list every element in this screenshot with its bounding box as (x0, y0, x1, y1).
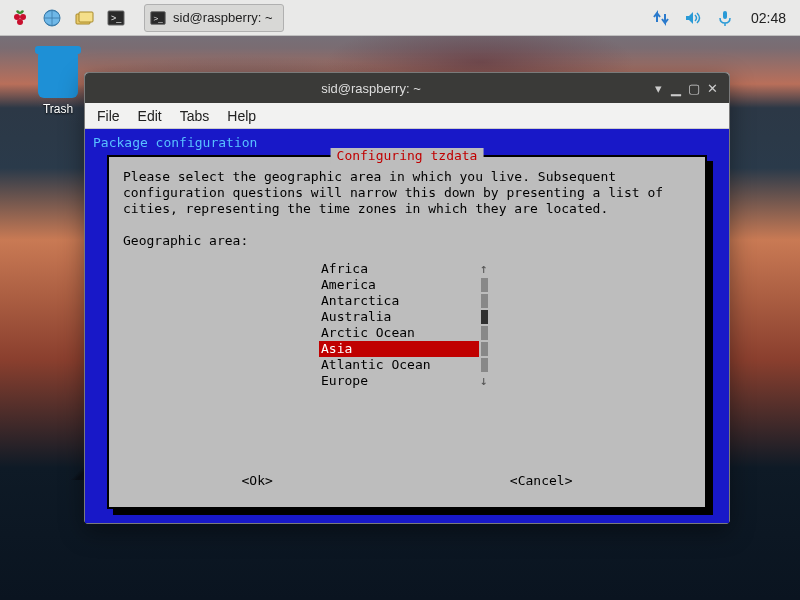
taskbar: >_ >_ sid@raspberry: ~ 02:48 (0, 0, 800, 36)
volume-icon[interactable] (679, 4, 707, 32)
terminal-icon: >_ (149, 9, 167, 27)
svg-point-2 (17, 19, 23, 25)
menu-edit[interactable]: Edit (138, 108, 162, 124)
window-title: sid@raspberry: ~ (93, 81, 649, 96)
window-minimize-button[interactable]: ▁ (667, 81, 685, 96)
window-close-button[interactable]: ✕ (703, 81, 721, 96)
svg-rect-5 (79, 12, 93, 22)
terminal-body: Package configuration Configuring tzdata… (85, 129, 729, 523)
list-item[interactable]: Australia (319, 309, 479, 325)
scroll-down-icon[interactable]: ↓ (479, 373, 489, 389)
list-item[interactable]: Antarctica (319, 293, 479, 309)
list-item[interactable]: Atlantic Ocean (319, 357, 479, 373)
terminal-menubar: File Edit Tabs Help (85, 103, 729, 129)
scrollbar-track[interactable] (479, 293, 489, 309)
svg-rect-10 (723, 11, 727, 19)
svg-text:>_: >_ (154, 13, 164, 22)
scroll-up-icon[interactable]: ↑ (479, 261, 489, 277)
list-item[interactable]: America (319, 277, 479, 293)
window-maximize-button[interactable]: ▢ (685, 81, 703, 96)
menu-tabs[interactable]: Tabs (180, 108, 210, 124)
trash-icon (38, 52, 78, 98)
desktop-trash[interactable]: Trash (28, 52, 88, 116)
taskbar-task-label: sid@raspberry: ~ (173, 10, 273, 25)
cancel-button[interactable]: <Cancel> (506, 473, 577, 489)
list-item[interactable]: Arctic Ocean (319, 325, 479, 341)
dialog-title: Configuring tzdata (331, 148, 484, 164)
svg-point-1 (20, 14, 26, 20)
taskbar-task-terminal[interactable]: >_ sid@raspberry: ~ (144, 4, 284, 32)
scrollbar-track[interactable] (479, 341, 489, 357)
geographic-area-list[interactable]: Africa↑AmericaAntarcticaAustraliaArctic … (319, 261, 569, 389)
tzdata-dialog: Configuring tzdata Please select the geo… (107, 155, 707, 509)
ok-button[interactable]: <Ok> (238, 473, 277, 489)
svg-text:>_: >_ (111, 13, 122, 23)
menu-help[interactable]: Help (227, 108, 256, 124)
scrollbar-track[interactable] (479, 277, 489, 293)
window-menu-button[interactable]: ▾ (649, 81, 667, 96)
dialog-body-text: Please select the geographic area in whi… (123, 169, 691, 249)
list-item[interactable]: Africa (319, 261, 479, 277)
filemanager-icon[interactable] (70, 4, 98, 32)
list-item[interactable]: Europe (319, 373, 479, 389)
scrollbar-track[interactable] (479, 325, 489, 341)
list-item[interactable]: Asia (319, 341, 479, 357)
desktop-trash-label: Trash (28, 102, 88, 116)
svg-point-0 (14, 14, 20, 20)
browser-icon[interactable] (38, 4, 66, 32)
window-titlebar[interactable]: sid@raspberry: ~ ▾ ▁ ▢ ✕ (85, 73, 729, 103)
microphone-icon[interactable] (711, 4, 739, 32)
terminal-window: sid@raspberry: ~ ▾ ▁ ▢ ✕ File Edit Tabs … (84, 72, 730, 524)
menu-raspberry-icon[interactable] (6, 4, 34, 32)
scrollbar-thumb[interactable] (479, 309, 489, 325)
scrollbar-track[interactable] (479, 357, 489, 373)
network-icon[interactable] (647, 4, 675, 32)
taskbar-clock[interactable]: 02:48 (743, 10, 794, 26)
menu-file[interactable]: File (97, 108, 120, 124)
terminal-launcher-icon[interactable]: >_ (102, 4, 130, 32)
